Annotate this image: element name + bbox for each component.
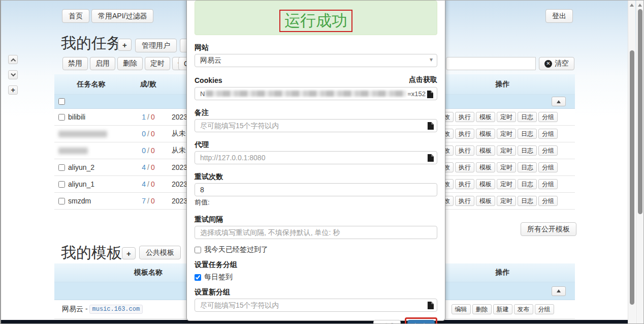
add-float-button[interactable]: +: [8, 85, 18, 95]
chevron-up-icon: [11, 58, 16, 63]
row-op-button[interactable]: 日志: [518, 162, 537, 172]
template-op-button[interactable]: 编辑: [452, 304, 471, 314]
select-all-checkbox[interactable]: [58, 98, 65, 105]
add-task-button[interactable]: +: [118, 39, 132, 51]
row-op-button[interactable]: 日志: [518, 129, 537, 139]
run-success-text: 运行成功: [279, 10, 352, 32]
website-label: 网站: [195, 43, 437, 51]
row-op-button[interactable]: 分组: [538, 162, 558, 172]
cookie-prefix: N: [200, 90, 205, 98]
website-select[interactable]: 网易云 ▾: [195, 54, 437, 67]
retry-interval-input[interactable]: [195, 226, 437, 239]
slash: /: [146, 146, 151, 155]
row-op-button[interactable]: 分组: [538, 112, 558, 122]
row-ops: 修改执行模板定时日志分组: [430, 145, 575, 156]
row-op-button[interactable]: 执行: [455, 129, 474, 139]
row-op-button[interactable]: 定时: [497, 112, 516, 122]
blurred-task-name: [58, 131, 107, 137]
row-checkbox[interactable]: [58, 198, 65, 204]
clear-button[interactable]: ✕ 清空: [539, 57, 574, 70]
page-scrollbar[interactable]: [636, 1, 643, 323]
note-input[interactable]: [195, 119, 437, 132]
scrollbar-thumb[interactable]: [630, 50, 634, 305]
retry-count-input[interactable]: [195, 183, 437, 196]
row-op-button[interactable]: 执行: [455, 196, 474, 206]
signed-today-checkbox[interactable]: [195, 247, 201, 253]
row-op-button[interactable]: 分组: [538, 145, 558, 156]
row-op-button[interactable]: 定时: [497, 179, 516, 189]
template-op-button[interactable]: 发布: [514, 304, 533, 314]
daily-sign-option[interactable]: 每日签到: [195, 273, 437, 282]
row-op-button[interactable]: 日志: [518, 112, 537, 122]
toolbar-button[interactable]: 删除: [117, 57, 143, 70]
search-input[interactable]: [446, 57, 536, 70]
row-checkbox[interactable]: [58, 114, 65, 121]
row-ops: 修改执行模板定时日志分组: [430, 179, 575, 189]
submit-highlight-ring: 提交: [405, 317, 437, 324]
modal-scrollbar[interactable]: [628, 1, 635, 323]
row-op-button[interactable]: 定时: [497, 145, 516, 156]
row-op-button[interactable]: 日志: [518, 145, 537, 156]
test-button[interactable]: 测试: [373, 320, 401, 324]
row-op-button[interactable]: 分组: [538, 196, 558, 206]
row-op-button[interactable]: 定时: [497, 196, 516, 206]
row-op-button[interactable]: 模板: [476, 145, 495, 156]
row-op-button[interactable]: 模板: [476, 129, 495, 139]
task-edit-modal: 运行成功 网站 网易云 ▾ Cookies 点击获取 N =x152 备注 代理…: [186, 0, 445, 321]
row-op-button[interactable]: 日志: [518, 196, 537, 206]
row-op-button[interactable]: 执行: [455, 179, 474, 189]
public-templates-button[interactable]: 公共模板: [139, 246, 181, 259]
row-op-button[interactable]: 定时: [497, 129, 516, 139]
row-op-button[interactable]: 定时: [497, 162, 516, 172]
row-op-button[interactable]: 执行: [455, 162, 474, 172]
cookies-input[interactable]: N =x152: [195, 87, 437, 100]
row-checkbox[interactable]: [58, 164, 65, 171]
paste-icon[interactable]: [427, 302, 434, 309]
row-op-button[interactable]: 分组: [538, 179, 558, 189]
all-public-templates-button[interactable]: 所有公开模板: [521, 222, 576, 236]
row-op-button[interactable]: 模板: [476, 112, 495, 122]
add-template-button[interactable]: +: [122, 247, 136, 259]
scrollbar-up-arrow-icon[interactable]: [630, 4, 634, 7]
proxy-input[interactable]: [195, 151, 437, 164]
template-op-button[interactable]: 新建: [493, 304, 512, 314]
scroll-down-button[interactable]: [8, 70, 18, 79]
new-group-input[interactable]: [195, 299, 437, 312]
scrollbar-up-arrow-icon[interactable]: [638, 4, 642, 7]
scroll-up-button[interactable]: [8, 55, 18, 64]
toolbar-button[interactable]: 启用: [90, 57, 115, 70]
home-button[interactable]: 首页: [62, 9, 89, 23]
row-op-button[interactable]: 模板: [476, 162, 495, 172]
paste-icon[interactable]: [427, 91, 433, 98]
col-result: 成/败: [128, 80, 169, 89]
toolbar-button[interactable]: 禁用: [62, 57, 88, 70]
row-ops: 修改执行模板定时日志分组: [430, 196, 575, 206]
paste-icon[interactable]: [427, 154, 434, 162]
template-op-button[interactable]: 删除: [472, 304, 492, 314]
collapse-button[interactable]: [552, 97, 566, 106]
template-op-button[interactable]: 分组: [535, 304, 554, 314]
submit-button[interactable]: 提交: [407, 320, 435, 324]
row-op-button[interactable]: 执行: [455, 145, 474, 156]
api-filter-button[interactable]: 常用API/过滤器: [91, 9, 153, 23]
website-selected-value: 网易云: [200, 56, 221, 64]
daily-sign-label: 每日签到: [204, 273, 233, 282]
template-link[interactable]: music.163.com: [89, 305, 143, 314]
blurred-task-name: [58, 148, 88, 154]
col-ops: 操作: [430, 80, 575, 89]
collapse-button[interactable]: [552, 286, 566, 296]
row-op-button[interactable]: 执行: [455, 112, 474, 122]
scrollbar-thumb[interactable]: [638, 9, 642, 214]
daily-sign-checkbox[interactable]: [195, 274, 201, 281]
fetch-cookies-link[interactable]: 点击获取: [409, 75, 437, 84]
row-op-button[interactable]: 分组: [538, 129, 558, 139]
row-op-button[interactable]: 日志: [518, 179, 537, 189]
row-op-button[interactable]: 模板: [476, 179, 495, 189]
paste-icon[interactable]: [427, 122, 434, 130]
logout-button[interactable]: 登出: [545, 9, 573, 23]
toolbar-button[interactable]: 定时: [145, 57, 170, 70]
signed-today-option[interactable]: 我今天已经签过到了: [195, 245, 437, 254]
manage-users-button[interactable]: 管理用户: [135, 39, 177, 52]
row-op-button[interactable]: 模板: [476, 196, 495, 206]
row-checkbox[interactable]: [58, 181, 65, 188]
